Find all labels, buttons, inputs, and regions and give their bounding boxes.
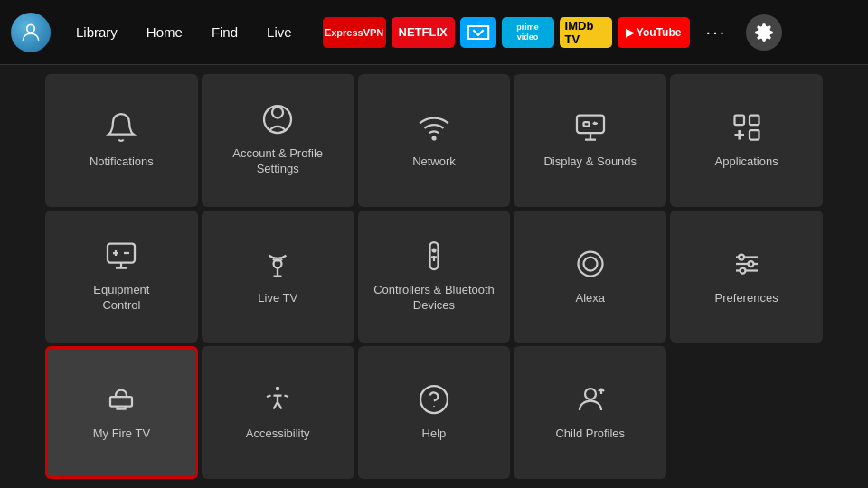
user-avatar[interactable] [11, 13, 51, 52]
equipment-control-label: EquipmentControl [93, 283, 149, 314]
equipment-control-tile[interactable]: EquipmentControl [45, 211, 198, 343]
display-sound-icon [574, 111, 607, 147]
my-fire-tv-tile[interactable]: My Fire TV [45, 346, 198, 479]
svg-point-18 [748, 261, 753, 267]
antenna-icon [261, 248, 294, 284]
svg-rect-7 [750, 130, 760, 140]
app-shortcuts: ExpressVPN NETFLIX prime video IMDb TV ▶… [323, 17, 690, 48]
help-icon [418, 383, 450, 419]
applications-tile[interactable]: Applications [670, 74, 823, 207]
svg-point-23 [433, 406, 435, 408]
nav-find[interactable]: Find [199, 19, 250, 45]
display-sounds-tile[interactable]: Display & Sounds [514, 74, 666, 207]
svg-point-12 [578, 251, 602, 276]
settings-grid: Notifications Account & ProfileSettings … [0, 65, 868, 488]
alexa-icon [574, 248, 607, 284]
netflix-app[interactable]: NETFLIX [392, 17, 455, 48]
svg-point-24 [585, 389, 596, 399]
sliders-icon [731, 248, 763, 284]
alexa-label: Alexa [576, 291, 606, 306]
svg-rect-5 [734, 115, 744, 125]
monitor-icon [105, 239, 137, 276]
display-sounds-label: Display & Sounds [543, 155, 637, 170]
notifications-label: Notifications [90, 155, 154, 170]
accessibility-label: Accessibility [246, 427, 310, 442]
svg-point-19 [740, 267, 745, 273]
svg-point-13 [583, 257, 597, 270]
applications-label: Applications [715, 155, 778, 170]
child-profiles-tile[interactable]: Child Profiles [514, 346, 666, 479]
svg-point-21 [276, 387, 280, 391]
accessibility-tile[interactable]: Accessibility [202, 346, 354, 479]
apps-icon [731, 111, 763, 147]
notifications-tile[interactable]: Notifications [45, 74, 198, 207]
svg-point-0 [27, 24, 35, 33]
svg-rect-3 [577, 115, 604, 133]
nav-library[interactable]: Library [63, 19, 130, 45]
svg-rect-6 [750, 115, 760, 125]
imdb-app[interactable]: IMDb TV [560, 17, 612, 48]
svg-rect-8 [108, 244, 135, 263]
svg-rect-4 [583, 122, 589, 127]
accessibility-icon [261, 383, 294, 419]
nav-home[interactable]: Home [134, 19, 195, 45]
person-circle-icon [261, 103, 294, 139]
prime-video-app[interactable]: prime video [502, 17, 554, 48]
network-tile[interactable]: Network [358, 74, 511, 207]
youtube-app[interactable]: ▶ YouTube [618, 17, 690, 48]
svg-point-17 [739, 254, 744, 259]
svg-point-22 [420, 386, 448, 413]
svg-point-1 [264, 106, 291, 133]
svg-rect-20 [110, 397, 132, 407]
wifi-icon [418, 111, 450, 147]
svg-point-2 [432, 136, 435, 139]
settings-button[interactable] [746, 14, 782, 51]
nav-live[interactable]: Live [254, 19, 305, 45]
preferences-label: Preferences [715, 291, 778, 306]
freevee-app[interactable] [460, 17, 496, 48]
account-profile-tile[interactable]: Account & ProfileSettings [202, 74, 354, 207]
expressvpn-app[interactable]: ExpressVPN [323, 17, 386, 48]
my-fire-tv-label: My Fire TV [93, 427, 150, 442]
empty-cell [670, 346, 823, 479]
more-apps-button[interactable]: ··· [699, 18, 734, 46]
remote-icon [418, 239, 450, 276]
top-navigation: Library Home Find Live ExpressVPN NETFLI… [0, 0, 868, 65]
live-tv-tile[interactable]: Live TV [202, 211, 354, 343]
help-label: Help [422, 427, 447, 442]
nav-links: Library Home Find Live [63, 19, 305, 45]
child-profiles-icon [574, 383, 607, 419]
network-label: Network [412, 155, 456, 170]
fire-tv-icon [105, 383, 137, 419]
svg-point-11 [432, 249, 435, 252]
alexa-tile[interactable]: Alexa [514, 211, 666, 343]
bell-icon [105, 111, 137, 147]
child-profiles-label: Child Profiles [555, 427, 625, 442]
help-tile[interactable]: Help [358, 346, 511, 479]
controllers-bluetooth-label: Controllers & BluetoothDevices [373, 283, 495, 314]
controllers-bluetooth-tile[interactable]: Controllers & BluetoothDevices [358, 211, 511, 343]
live-tv-label: Live TV [258, 291, 297, 306]
account-profile-label: Account & ProfileSettings [232, 146, 323, 177]
preferences-tile[interactable]: Preferences [670, 211, 823, 343]
